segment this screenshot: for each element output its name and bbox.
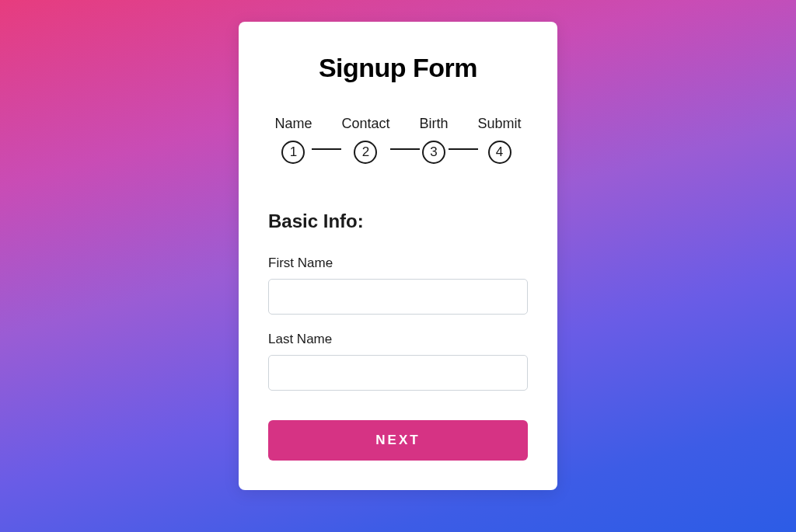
step-birth: Birth 3 [420,116,449,164]
step-circle: 2 [354,141,377,164]
step-connector [390,148,420,150]
step-circle: 4 [488,141,511,164]
last-name-input[interactable] [268,355,528,391]
step-label: Submit [478,116,522,132]
step-name: Name 1 [274,116,312,164]
step-connector [449,148,478,150]
first-name-input[interactable] [268,279,528,315]
progress-stepper: Name 1 Contact 2 Birth 3 Submit 4 [268,116,528,164]
step-submit: Submit 4 [478,116,522,164]
form-group-last-name: Last Name [268,332,528,391]
signup-form-card: Signup Form Name 1 Contact 2 Birth 3 Sub… [239,22,557,490]
step-circle: 3 [422,141,445,164]
page-title: Signup Form [268,53,528,83]
first-name-label: First Name [268,256,528,271]
step-label: Name [274,116,312,132]
step-circle: 1 [281,141,305,164]
step-connector [312,148,341,150]
step-contact: Contact 2 [341,116,389,164]
section-heading: Basic Info: [268,210,528,232]
step-label: Contact [341,116,389,132]
last-name-label: Last Name [268,332,528,347]
form-group-first-name: First Name [268,256,528,315]
next-button[interactable]: NEXT [268,420,528,461]
step-label: Birth [420,116,449,132]
